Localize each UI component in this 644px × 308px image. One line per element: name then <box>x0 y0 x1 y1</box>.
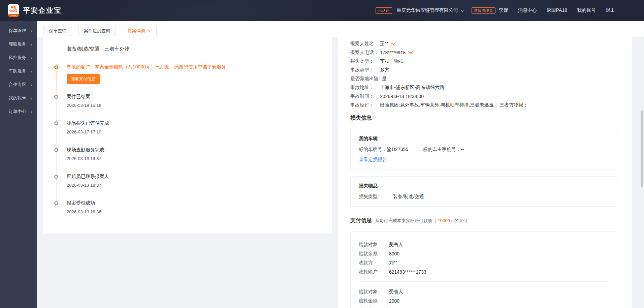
pingan-logo-icon: 平安 企业宝 PINGAN <box>8 4 19 17</box>
chevron-right-icon: › <box>31 68 32 74</box>
loss-info-section-title: 损失信息 <box>350 115 624 122</box>
chevron-right-icon: › <box>31 81 32 88</box>
main-content: 装备/制造/交通 - 三者车外物 尊敬的客户，本案全部赔款（共10000元）已到… <box>37 37 644 308</box>
sidebar-item-my-account[interactable]: 我的账号 › <box>0 91 37 105</box>
verified-badge: 已认证 <box>376 7 392 14</box>
logo-icon-line1: 平安 <box>11 6 16 9</box>
page-scrollbar-thumb[interactable] <box>641 111 643 187</box>
chevron-right-icon: › <box>31 54 32 61</box>
payment-row-account: 收款账户： 621483******1733 <box>359 267 609 276</box>
view-loss-report-link[interactable]: 查看定损报告 <box>359 157 387 163</box>
company-dropdown[interactable]: 重庆元华供应链管理有限公司 <box>397 7 463 13</box>
sidebar-item-fleet-service[interactable]: 车队服务 › <box>0 64 37 78</box>
timeline-connector-active <box>56 71 57 92</box>
view-payment-info-button[interactable]: 查看支付信息 <box>67 74 100 84</box>
payment-row-receiver: 收款方： 刘** <box>359 305 609 308</box>
loss-goods-card: 损失物品 损失类型: 装备/制造/交通 <box>350 176 617 207</box>
timeline-dot-active <box>54 65 58 69</box>
my-vehicle-card: 我的车辆 标的车牌号： 渝D27355 标的车主手机号： -- 查看定损报告 <box>350 129 617 170</box>
claim-category-title: 装备/制造/交通 - 三者车外物 <box>67 46 130 52</box>
detail-row-accident-description: 事故经过： 出险原因:意外事故,车辆意外,与机动车碰撞,三者未逃逸； 三者方物损… <box>350 101 624 110</box>
vehicle-card-row: 标的车牌号： 渝D27355 标的车主手机号： -- <box>359 147 609 153</box>
app-root: 平安 企业宝 PINGAN 平安企业宝 已认证 重庆元华供应链管理有限公司 超级… <box>0 0 644 308</box>
detail-row-accident-type: 事故类型： 多方 <box>350 66 624 74</box>
timeline-dot <box>54 148 58 152</box>
tab-claim-detail[interactable]: 赔案详情 × <box>122 26 157 36</box>
paid-amount: 10000 <box>438 218 450 223</box>
company-name: 重庆元华供应链管理有限公司 <box>397 7 458 13</box>
timeline-highlight-message: 尊敬的客户，本案全部赔款（共10000元）已到账。感谢您使用中国平安服务 <box>67 64 226 70</box>
user-name: 李媛 <box>499 7 508 13</box>
payment-row-receiver: 收款方： 刘** <box>359 258 609 267</box>
payment-row-amount: 赔款金额： 2000 <box>359 296 609 305</box>
detail-row-reporter-name: 报案人姓名： 王** <box>350 39 624 48</box>
detail-row-loss-type: 损失类型： 车损、物损 <box>350 57 624 66</box>
detail-row-reporter-phone: 报案人电话： 173****9918 <box>350 48 624 57</box>
logo-icon-band: PINGAN <box>8 14 19 17</box>
chevron-right-icon: › <box>31 27 32 34</box>
timeline-item-adjuster-contacted: 理赔员已联系报案人 2026-03-13 18:37 <box>67 174 269 188</box>
role-badge: 超级管理员 <box>472 7 495 14</box>
chevron-right-icon: › <box>31 41 32 48</box>
tab-policy-query[interactable]: 保单查询 <box>43 26 72 36</box>
nav-back-pa18[interactable]: 返回PA18 <box>547 7 567 13</box>
detail-row-remote-accident: 是否异地出险: 是 <box>350 74 624 83</box>
eye-closed-icon[interactable] <box>408 51 413 55</box>
claim-timeline-panel: 装备/制造/交通 - 三者车外物 尊敬的客户，本案全部赔款（共10000元）已到… <box>43 37 332 234</box>
nav-my-account[interactable]: 我的账号 <box>577 7 596 13</box>
vehicle-card-title: 我的车辆 <box>359 136 609 142</box>
goods-card-row: 损失类型: 装备/制造/交通 <box>359 194 609 200</box>
app-title: 平安企业宝 <box>23 6 62 15</box>
chevron-right-icon: › <box>31 95 32 101</box>
detail-row-accident-address: 事故地址： 上海市-浦东新区-高东镇纬六路 <box>350 83 624 92</box>
payment-block-2: 赔款对象： 受害人 赔款金额： 2000 收款方： 刘** 收款账户： 6214… <box>359 287 609 308</box>
brand-logo: 平安 企业宝 PINGAN 平安企业宝 <box>8 4 62 17</box>
timeline-dot <box>54 95 58 99</box>
sidebar-item-partner-zone[interactable]: 合作专区 › <box>0 78 37 91</box>
sidebar-item-order-center[interactable]: 订单中心 › <box>0 105 37 118</box>
sidebar-item-claims-service[interactable]: 理赔服务 › <box>0 37 37 51</box>
sidebar-item-policy-management[interactable]: 保单管理 › <box>0 24 37 37</box>
payment-divider <box>359 281 609 282</box>
nav-logout[interactable]: 退出 <box>606 7 615 13</box>
claim-detail-panel: 报案人姓名： 王** 报案人电话： 173****9918 损失类型： 车损、物… <box>338 37 632 308</box>
payment-info-section-title: 支付信息 我司已完成本案实际赔付款项（ 10000）的支付 <box>350 217 624 224</box>
detail-row-accident-time: 事故时间： 2026-03-13 18:34:00 <box>350 92 624 101</box>
goods-card-title: 损失物品 <box>359 183 609 189</box>
tab-case-progress-query[interactable]: 案件进度查询 <box>78 26 116 36</box>
timeline-item-report-accepted: 报案受理成功 2026-03-13 18:36 <box>67 200 269 214</box>
timeline-item-survey-done: 现场查勘服务完成 2026-03-13 19:37 <box>67 147 269 161</box>
chevron-down-icon <box>461 8 464 12</box>
nav-message-center[interactable]: 消息中心 <box>518 7 537 13</box>
payment-details-card: 赔款对象： 受害人 赔款金额： 8000 收款方： 刘** 收款账户： 6214… <box>350 232 617 308</box>
timeline-dot <box>54 201 58 205</box>
logo-icon-line2: 企业宝 <box>9 9 18 12</box>
timeline-item-case-closed: 案件已结案 2026-03-19 15:18 <box>67 94 269 108</box>
timeline-dot <box>54 175 58 179</box>
payment-row-payee-type: 赔款对象： 受害人 <box>359 287 609 296</box>
payment-row-payee-type: 赔款对象： 受害人 <box>359 240 609 249</box>
timeline-item-goods-assessed: 物品损失已评估完成 2026-03-17 17:10 <box>67 120 269 134</box>
close-tab-icon[interactable]: × <box>148 29 151 33</box>
page-scrollbar-track <box>640 37 644 308</box>
payment-row-amount: 赔款金额： 8000 <box>359 249 609 258</box>
top-header: 平安 企业宝 PINGAN 平安企业宝 已认证 重庆元华供应链管理有限公司 超级… <box>0 0 644 21</box>
sidebar-item-risk-control[interactable]: 风控服务 › <box>0 51 37 64</box>
timeline-dot <box>54 121 58 125</box>
eye-closed-icon[interactable] <box>391 42 396 46</box>
payment-block-1: 赔款对象： 受害人 赔款金额： 8000 收款方： 刘** 收款账户： 6214… <box>359 240 609 276</box>
sidebar: 保单管理 › 理赔服务 › 风控服务 › 车队服务 › 合作专区 › 我的账号 … <box>0 21 37 308</box>
tab-bar: 保单查询 案件进度查询 赔案详情 × <box>37 21 644 37</box>
chevron-right-icon: › <box>31 108 32 115</box>
